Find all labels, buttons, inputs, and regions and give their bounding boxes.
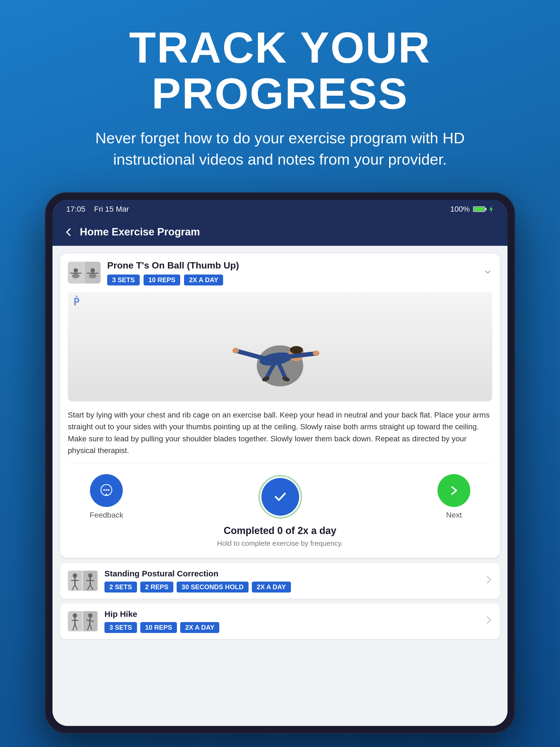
complete-circle-outer xyxy=(258,475,302,519)
video-watermark: Ṗ xyxy=(73,297,79,308)
list-chevron-1-icon xyxy=(486,575,492,587)
svg-marker-0 xyxy=(489,205,493,213)
battery-percent: 100% xyxy=(450,205,470,213)
exercise-thumbnail xyxy=(68,262,101,284)
actions-row: Feedback xyxy=(68,463,492,525)
exercise-info: Prone T's On Ball (Thumb Up) 3 SETS 10 R… xyxy=(107,260,478,285)
status-date: Fri 15 Mar xyxy=(94,205,129,213)
svg-point-44 xyxy=(88,613,93,618)
exercise-chevron-icon xyxy=(483,266,492,279)
exercise-card: Prone T's On Ball (Thumb Up) 3 SETS 10 R… xyxy=(60,254,500,558)
video-content: Ṗ xyxy=(68,292,492,402)
svg-point-6 xyxy=(89,274,97,278)
exercise-list: Standing Postural Correction 2 SETS 2 RE… xyxy=(52,558,508,726)
list-name-1: Standing Postural Correction xyxy=(104,569,486,578)
exercise-illustration xyxy=(212,306,348,388)
list-tag: 30 SECONDS HOLD xyxy=(177,582,249,593)
list-tag: 3 SETS xyxy=(104,622,137,633)
list-info-2: Hip Hike 3 SETS 10 REPS 2X A DAY xyxy=(104,610,486,633)
list-item[interactable]: Standing Postural Correction 2 SETS 2 RE… xyxy=(60,563,500,598)
tag-sets: 3 SETS xyxy=(107,275,140,285)
next-label: Next xyxy=(446,511,462,519)
feedback-circle xyxy=(90,474,123,507)
exercise-name: Prone T's On Ball (Thumb Up) xyxy=(107,260,478,271)
list-thumb-1 xyxy=(68,571,98,591)
list-tag: 2 REPS xyxy=(140,582,173,593)
complete-circle-inner xyxy=(261,478,299,516)
content-area: Prone T's On Ball (Thumb Up) 3 SETS 10 R… xyxy=(52,246,508,726)
battery-icon xyxy=(473,206,485,212)
completion-section: Completed 0 of 2x a day Hold to complete… xyxy=(68,525,492,558)
page-title: TRACK YOUR PROGRESS xyxy=(33,25,527,117)
battery-bar xyxy=(473,206,485,212)
feedback-button[interactable]: Feedback xyxy=(90,474,123,519)
list-info-1: Standing Postural Correction 2 SETS 2 RE… xyxy=(104,569,486,593)
exercise-header[interactable]: Prone T's On Ball (Thumb Up) 3 SETS 10 R… xyxy=(60,254,500,292)
app-bar-title: Home Exercise Program xyxy=(80,226,200,238)
completion-title: Completed 0 of 2x a day xyxy=(90,525,470,537)
next-icon xyxy=(447,484,461,497)
list-tag: 10 REPS xyxy=(140,622,177,633)
completion-subtitle: Hold to complete exercise by frequency. xyxy=(90,539,470,548)
page-header: TRACK YOUR PROGRESS Never forget how to … xyxy=(0,0,560,187)
next-button[interactable]: Next xyxy=(437,474,470,519)
svg-point-20 xyxy=(290,346,303,354)
lightning-icon xyxy=(488,205,494,213)
exercise-tags: 3 SETS 10 REPS 2X A DAY xyxy=(107,275,478,285)
svg-point-22 xyxy=(103,489,105,491)
svg-point-7 xyxy=(91,268,95,273)
back-button[interactable] xyxy=(63,227,73,237)
svg-point-4 xyxy=(74,268,78,273)
status-right: 100% xyxy=(450,205,494,213)
list-tags-2: 3 SETS 10 REPS 2X A DAY xyxy=(104,622,486,633)
list-tag: 2X A DAY xyxy=(180,622,219,633)
feedback-icon xyxy=(98,482,114,499)
feedback-label: Feedback xyxy=(90,511,123,519)
list-name-2: Hip Hike xyxy=(104,610,486,619)
page-subtitle: Never forget how to do your exercise pro… xyxy=(88,127,472,170)
status-bar: 17:05 Fri 15 Mar 100% xyxy=(52,200,508,218)
svg-point-24 xyxy=(108,489,109,491)
checkmark-icon xyxy=(271,487,290,506)
svg-point-23 xyxy=(105,489,107,491)
list-chevron-2-icon xyxy=(486,615,492,627)
tablet-screen: 17:05 Fri 15 Mar 100% Home Exercise Prog… xyxy=(52,200,508,726)
complete-button[interactable] xyxy=(258,475,302,519)
app-bar: Home Exercise Program xyxy=(52,218,508,246)
list-tag: 2 SETS xyxy=(104,582,137,593)
svg-point-32 xyxy=(88,573,93,578)
svg-point-3 xyxy=(72,274,80,278)
svg-point-27 xyxy=(73,573,77,578)
list-thumb-2 xyxy=(68,611,98,632)
tablet-wrapper: 17:05 Fri 15 Mar 100% Home Exercise Prog… xyxy=(45,192,515,733)
list-tags-1: 2 SETS 2 REPS 30 SECONDS HOLD 2X A DAY xyxy=(104,582,486,593)
next-circle xyxy=(437,474,470,507)
exercise-description: Start by lying with your chest and rib c… xyxy=(60,402,500,463)
tag-reps: 10 REPS xyxy=(144,275,180,285)
list-item[interactable]: Hip Hike 3 SETS 10 REPS 2X A DAY xyxy=(60,603,500,639)
tag-freq: 2X A DAY xyxy=(184,275,223,285)
status-time: 17:05 xyxy=(66,205,85,213)
list-tag: 2X A DAY xyxy=(252,582,291,593)
svg-point-39 xyxy=(73,613,77,618)
video-area[interactable]: Ṗ xyxy=(68,292,492,402)
